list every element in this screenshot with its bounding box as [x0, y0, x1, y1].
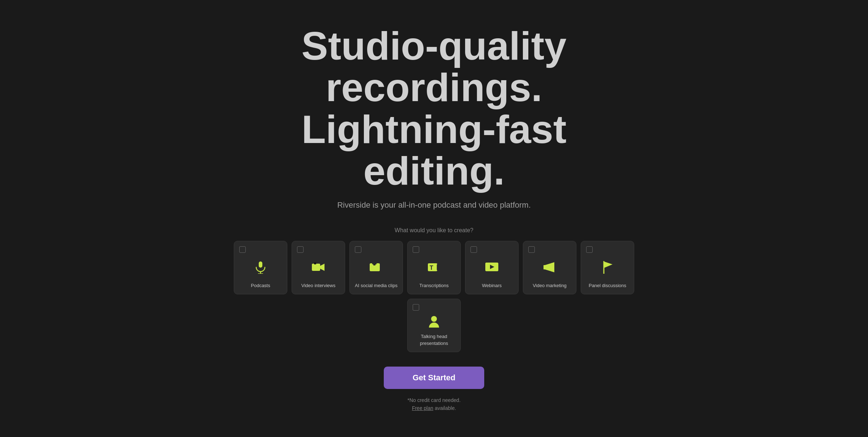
no-credit-card-text: *No credit card needed. Free plan availa…: [407, 396, 460, 412]
get-started-button[interactable]: Get Started: [384, 367, 485, 389]
card-video-marketing[interactable]: Video marketing: [523, 241, 576, 294]
video-camera-icon: [297, 262, 340, 272]
checkbox-transcriptions[interactable]: [413, 246, 419, 253]
checkbox-video-marketing[interactable]: [528, 246, 535, 253]
person-icon: [413, 315, 455, 328]
card-panel-discussions[interactable]: Panel discussions: [581, 241, 634, 294]
hero-subtitle: Riverside is your all-in-one podcast and…: [337, 200, 531, 210]
svg-marker-11: [437, 263, 439, 265]
free-plan-link[interactable]: Free plan: [412, 405, 433, 411]
card-talking-head-presentations[interactable]: Talking head presentations: [407, 299, 461, 352]
checkbox-webinars[interactable]: [470, 246, 477, 253]
card-transcriptions[interactable]: T Transcriptions: [407, 241, 461, 294]
play-screen-icon: [470, 262, 513, 273]
card-label-panel-discussions: Panel discussions: [589, 283, 626, 288]
svg-point-19: [431, 316, 437, 322]
cards-question: What would you like to create?: [395, 227, 473, 234]
card-label-ai-clips: AI social media clips: [355, 283, 398, 288]
megaphone-icon: [528, 261, 571, 273]
svg-rect-0: [259, 261, 262, 268]
flag-icon: [586, 261, 629, 274]
card-label-talking-head: Talking head presentations: [420, 334, 448, 346]
svg-rect-3: [312, 264, 320, 271]
card-label-podcasts: Podcasts: [251, 283, 270, 288]
checkbox-talking-head[interactable]: [413, 304, 419, 311]
cards-container: Podcasts Video interviews: [217, 241, 651, 352]
svg-marker-15: [545, 262, 554, 272]
plus-video-icon: [355, 262, 398, 273]
svg-marker-18: [604, 261, 613, 268]
card-label-transcriptions: Transcriptions: [419, 283, 448, 288]
svg-rect-4: [314, 262, 316, 264]
card-ai-social-media-clips[interactable]: AI social media clips: [349, 241, 403, 294]
card-label-video-interviews: Video interviews: [301, 283, 335, 288]
checkbox-video-interviews[interactable]: [297, 246, 304, 253]
microphone-icon: [239, 261, 282, 274]
card-label-webinars: Webinars: [482, 283, 502, 288]
svg-text:T: T: [430, 265, 433, 271]
card-label-video-marketing: Video marketing: [533, 283, 567, 288]
checkbox-ai-clips[interactable]: [355, 246, 361, 253]
card-video-interviews[interactable]: Video interviews: [292, 241, 345, 294]
checkbox-podcasts[interactable]: [239, 246, 246, 253]
svg-marker-12: [437, 270, 439, 271]
text-cursor-icon: T: [413, 262, 455, 273]
checkbox-panel-discussions[interactable]: [586, 246, 593, 253]
hero-title: Studio-quality recordings. Lightning-fas…: [235, 25, 633, 192]
card-podcasts[interactable]: Podcasts: [234, 241, 287, 294]
svg-rect-7: [372, 263, 377, 264]
svg-rect-16: [543, 265, 546, 269]
card-webinars[interactable]: Webinars: [465, 241, 519, 294]
